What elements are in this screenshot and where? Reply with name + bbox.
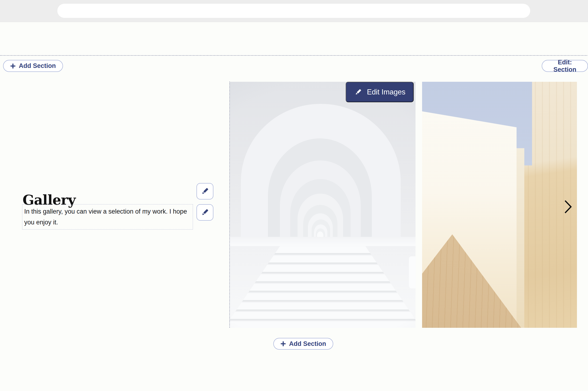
edit-text-button[interactable] [196, 204, 213, 221]
gallery-description-textbox[interactable]: In this gallery, you can view a selectio… [22, 204, 193, 230]
url-bar[interactable] [57, 4, 530, 18]
edit-heading-button[interactable] [196, 183, 213, 199]
edit-section-label: Edit: Section [549, 59, 581, 73]
section-boundary-dotted-line [0, 55, 588, 56]
vignette-overlay [230, 82, 415, 328]
site-page: Add Section Edit: Section Gallery In thi… [0, 22, 588, 391]
edit-section-button[interactable]: Edit: Section [542, 60, 588, 72]
pencil-icon [200, 187, 210, 196]
editor-canvas: Add Section Edit: Section Gallery In thi… [0, 0, 588, 391]
add-section-top-label: Add Section [19, 62, 56, 70]
edit-images-label: Edit Images [367, 88, 405, 96]
carousel-next-button[interactable] [562, 199, 573, 214]
add-section-button-top[interactable]: Add Section [3, 60, 63, 72]
shaded-wall-strip [516, 148, 524, 328]
browser-bar [0, 0, 588, 22]
gallery-image-arched-corridor[interactable]: Edit Images [230, 82, 415, 328]
pencil-icon [200, 208, 210, 217]
chevron-right-icon [562, 199, 573, 214]
add-section-bottom-label: Add Section [289, 340, 326, 348]
add-section-button-bottom[interactable]: Add Section [273, 338, 333, 350]
pencil-icon [354, 88, 362, 96]
edit-images-button[interactable]: Edit Images [346, 82, 414, 102]
plus-icon [10, 63, 16, 69]
plus-icon [280, 341, 286, 347]
gallery-carousel: Edit Images [230, 82, 577, 328]
gallery-image-beige-architecture[interactable] [422, 82, 577, 328]
